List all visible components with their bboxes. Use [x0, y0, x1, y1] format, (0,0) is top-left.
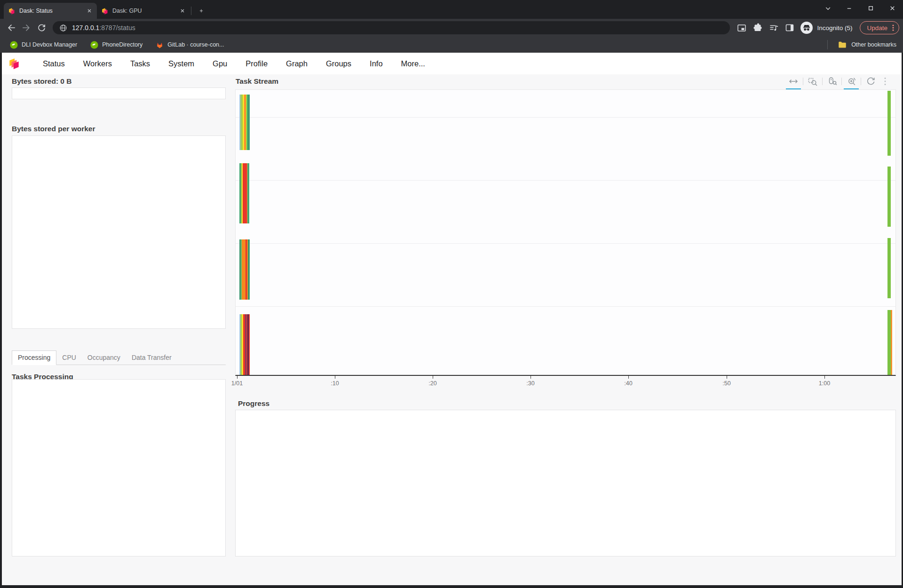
tab-data-transfer[interactable]: Data Transfer: [126, 351, 177, 365]
axis-tick-label: :40: [624, 380, 632, 387]
browser-tab-1[interactable]: Dask: Status: [4, 3, 97, 19]
task-stream-title: Task Stream: [236, 77, 278, 86]
axis-tick: [335, 376, 335, 379]
gridline: [236, 243, 895, 244]
dask-logo-icon: [102, 8, 109, 15]
browser-tab-2[interactable]: Dask: GPU: [97, 3, 190, 19]
bytes-per-worker-chart: [12, 135, 226, 329]
tab-title: Dask: GPU: [112, 8, 175, 14]
reset-tool[interactable]: [864, 75, 877, 87]
incognito-icon: [800, 22, 813, 34]
task-cluster-lane-2: [239, 163, 249, 223]
task-cluster-lane-1: [239, 95, 250, 150]
zoom-in-tool[interactable]: [845, 75, 857, 87]
task-bar-stripe: [891, 310, 892, 375]
minimize-icon: [846, 5, 852, 11]
gridline: [236, 306, 895, 307]
box-zoom-tool[interactable]: [807, 75, 819, 87]
bookmarks-separator: [827, 40, 828, 49]
nav-item-graph[interactable]: Graph: [286, 59, 308, 68]
task-stream-plot[interactable]: [235, 89, 896, 376]
nvidia-icon: [10, 41, 18, 49]
bookmark-item-2[interactable]: PhoneDirectory: [85, 39, 148, 51]
tab-title: Dask: Status: [19, 8, 82, 14]
browser-window: Dask: StatusDask: GPU 127.0.0.1:8787/sta…: [0, 0, 903, 588]
nav-item-tasks[interactable]: Tasks: [130, 59, 150, 68]
wheel-zoom-tool-icon: [827, 76, 837, 87]
other-bookmarks[interactable]: Other bookmarks: [827, 40, 898, 49]
wheel-zoom-tool[interactable]: [826, 75, 838, 87]
task-bar-current-lane-4: [887, 310, 891, 375]
dask-nav-items: StatusWorkersTasksSystemGpuProfileGraphG…: [43, 59, 425, 68]
window-bottom-edge: [0, 585, 903, 588]
menu-dots-icon: [880, 76, 890, 87]
box-zoom-tool-icon: [808, 76, 818, 87]
tab-separator: [191, 7, 191, 15]
close-button[interactable]: [881, 0, 903, 16]
tab-close-icon[interactable]: [179, 7, 186, 15]
bookmark-items: DLI Devbox ManagerPhoneDirectoryGitLab ·…: [5, 39, 229, 51]
side-panel-icon[interactable]: [783, 21, 797, 35]
kebab-menu-icon[interactable]: [892, 24, 894, 31]
extensions-puzzle-icon[interactable]: [751, 21, 765, 35]
left-panel-tabs: ProcessingCPUOccupancyData Transfer: [12, 350, 226, 365]
pan-tool[interactable]: [787, 75, 800, 87]
dask-navbar: StatusWorkersTasksSystemGpuProfileGraphG…: [2, 53, 902, 74]
maximize-button[interactable]: [860, 0, 881, 16]
gitlab-icon: [156, 41, 164, 49]
back-arrow-icon: [7, 23, 16, 33]
nav-item-profile[interactable]: Profile: [246, 59, 268, 68]
nav-item-groups[interactable]: Groups: [326, 59, 351, 68]
incognito-label: Incognito (5): [817, 24, 852, 32]
nav-item-info[interactable]: Info: [370, 59, 383, 68]
bookmark-item-1[interactable]: DLI Devbox Manager: [5, 39, 82, 51]
axis-tick: [727, 376, 727, 379]
bookmark-item-3[interactable]: GitLab · course-con...: [150, 39, 229, 51]
tab-favicon-dask-icon: [102, 8, 109, 15]
reload-icon: [37, 23, 46, 33]
dask-logo-icon: [8, 57, 21, 70]
globe-icon: [59, 24, 67, 32]
url-text: 127.0.0.1:8787/status: [72, 24, 135, 32]
profile-chip[interactable]: Incognito (5): [799, 22, 857, 34]
tab-cpu[interactable]: CPU: [56, 351, 82, 365]
forward-arrow-icon: [22, 23, 31, 33]
menu-dots[interactable]: [879, 75, 891, 87]
axis-tick-label: :20: [428, 380, 436, 387]
update-button[interactable]: Update: [860, 21, 899, 34]
chevron-down-icon: [824, 5, 831, 11]
bytes-per-worker-title: Bytes stored per worker: [12, 125, 95, 133]
minimize-button[interactable]: [838, 0, 860, 16]
gridline: [236, 180, 895, 181]
forward-button[interactable]: [19, 20, 34, 35]
url-bar[interactable]: 127.0.0.1:8787/status: [53, 21, 730, 34]
nav-item-system[interactable]: System: [168, 59, 194, 68]
dask-dashboard-page: StatusWorkersTasksSystemGpuProfileGraphG…: [0, 53, 903, 585]
task-cluster-lane-3: [239, 239, 250, 300]
reload-button[interactable]: [34, 20, 49, 35]
tab-occupancy[interactable]: Occupancy: [82, 351, 126, 365]
back-button[interactable]: [4, 20, 19, 35]
picture-in-picture-icon[interactable]: [735, 21, 749, 35]
maximize-icon: [868, 5, 874, 11]
new-tab-button[interactable]: [195, 5, 207, 17]
nav-item-more[interactable]: More...: [401, 59, 425, 68]
axis-tick-label: 1/01: [231, 380, 243, 387]
bookmarks-bar: DLI Devbox ManagerPhoneDirectoryGitLab ·…: [0, 37, 903, 53]
nav-item-status[interactable]: Status: [43, 59, 65, 68]
browser-toolbar: 127.0.0.1:8787/status Incognito (5) Upda…: [0, 19, 903, 37]
progress-title: Progress: [238, 399, 269, 408]
media-controls-icon[interactable]: [767, 21, 781, 35]
tab-processing[interactable]: Processing: [12, 350, 56, 365]
bookmark-label: GitLab · course-con...: [167, 41, 224, 48]
url-host: 127.0.0.1: [72, 24, 99, 32]
axis-tick-label: 1:00: [819, 380, 830, 387]
nav-item-gpu[interactable]: Gpu: [213, 59, 227, 68]
chevron-down-button[interactable]: [816, 0, 838, 16]
folder-icon: [838, 40, 847, 49]
tab-close-icon[interactable]: [86, 7, 93, 15]
axis-tick: [433, 376, 433, 379]
axis-tick-label: :30: [526, 380, 534, 387]
nav-item-workers[interactable]: Workers: [83, 59, 112, 68]
toolbar-separator: [841, 78, 842, 85]
